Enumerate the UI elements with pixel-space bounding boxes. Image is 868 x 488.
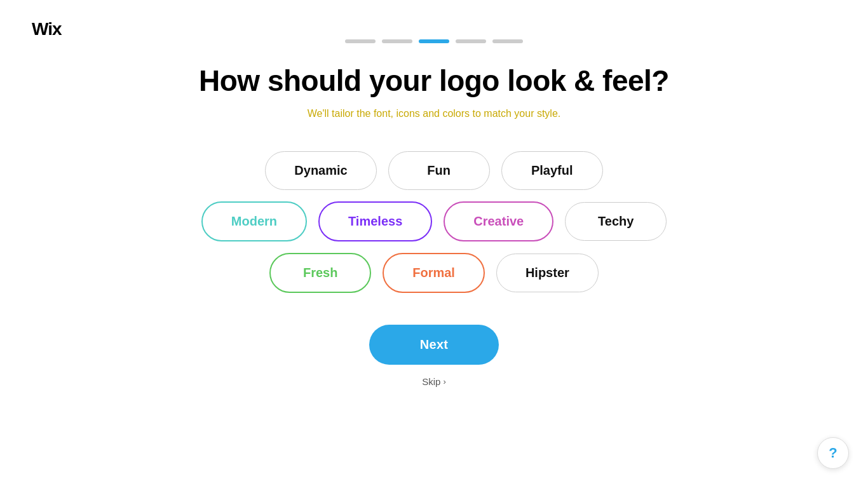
- option-playful[interactable]: Playful: [501, 151, 603, 190]
- chevron-right-icon: ›: [443, 377, 445, 386]
- option-hipster[interactable]: Hipster: [496, 254, 599, 292]
- option-modern[interactable]: Modern: [201, 201, 307, 241]
- option-fresh[interactable]: Fresh: [269, 253, 371, 293]
- logo-text: Wix: [32, 19, 62, 39]
- progress-step-2: [382, 39, 412, 43]
- wix-logo: Wix: [32, 19, 62, 39]
- progress-bar: [345, 39, 523, 43]
- main-content: How should your logo look & feel? We'll …: [0, 64, 868, 387]
- page-subtitle: We'll tailor the font, icons and colors …: [308, 108, 561, 119]
- progress-step-4: [456, 39, 486, 43]
- option-formal[interactable]: Formal: [383, 253, 485, 293]
- skip-label: Skip: [422, 376, 440, 387]
- help-button[interactable]: ?: [817, 437, 849, 469]
- option-creative[interactable]: Creative: [444, 201, 553, 241]
- progress-step-1: [345, 39, 376, 43]
- options-row-2: Modern Timeless Creative Techy: [201, 201, 667, 241]
- option-dynamic[interactable]: Dynamic: [265, 151, 376, 190]
- progress-step-5: [492, 39, 523, 43]
- options-grid: Dynamic Fun Playful Modern Timeless Crea…: [201, 151, 667, 293]
- next-button[interactable]: Next: [369, 325, 499, 365]
- skip-link[interactable]: Skip ›: [422, 376, 446, 387]
- option-fun[interactable]: Fun: [388, 151, 490, 190]
- options-row-1: Dynamic Fun Playful: [265, 151, 602, 190]
- progress-step-3: [419, 39, 449, 43]
- options-row-3: Fresh Formal Hipster: [269, 253, 599, 293]
- option-timeless[interactable]: Timeless: [318, 201, 432, 241]
- option-techy[interactable]: Techy: [565, 202, 667, 241]
- page-title: How should your logo look & feel?: [199, 64, 669, 98]
